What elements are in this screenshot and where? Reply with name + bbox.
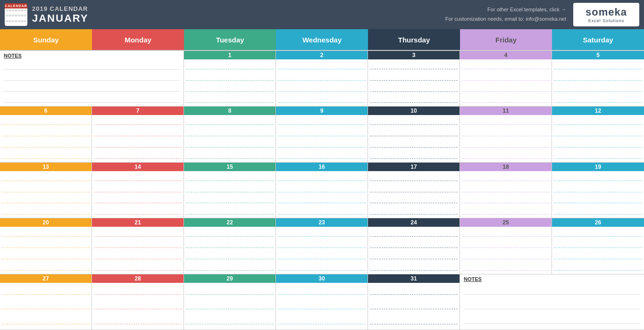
cell-27[interactable]: 27	[0, 274, 92, 330]
cell-13[interactable]: 13	[0, 163, 92, 218]
cell-1[interactable]: 1	[184, 51, 276, 106]
cell-29[interactable]: 29	[184, 274, 276, 330]
header-friday: Friday	[460, 29, 552, 50]
cell-23[interactable]: 23	[276, 218, 368, 273]
cell-17[interactable]: 17	[368, 163, 460, 218]
calendar-body: NOTES 1 2 3	[0, 51, 644, 330]
cell-20[interactable]: 20	[0, 218, 92, 273]
day-headers: Sunday Monday Tuesday Wednesday Thursday…	[0, 29, 644, 51]
notes-cell-top[interactable]: NOTES	[0, 51, 184, 106]
cell-11[interactable]: 11	[460, 107, 552, 162]
cell-21[interactable]: 21	[92, 218, 184, 273]
cell-8[interactable]: 8	[184, 107, 276, 162]
calendar-row-4: 20 21 22 23 24	[0, 218, 644, 274]
notes-label-top: NOTES	[4, 53, 180, 58]
notes-label-bottom: NOTES	[464, 276, 640, 282]
cell-15[interactable]: 15	[184, 163, 276, 218]
calendar-icon: CALENDAR	[5, 3, 27, 26]
header-sunday: Sunday	[0, 29, 92, 50]
cell-10[interactable]: 10	[368, 107, 460, 162]
cell-14[interactable]: 14	[92, 163, 184, 218]
notes-cell-bottom[interactable]: NOTES	[460, 274, 644, 330]
cell-22[interactable]: 22	[184, 218, 276, 273]
cell-31[interactable]: 31	[368, 274, 460, 330]
cell-5[interactable]: 5	[552, 51, 644, 106]
cell-19[interactable]: 19	[552, 163, 644, 218]
calendar-row-3: 13 14 15 16 17	[0, 163, 644, 218]
calendar-row-1: NOTES 1 2 3	[0, 51, 644, 107]
cell-9[interactable]: 9	[276, 107, 368, 162]
cell-3[interactable]: 3	[368, 51, 460, 106]
header-tuesday: Tuesday	[184, 29, 276, 50]
cell-25[interactable]: 25	[460, 218, 552, 273]
notes-lines-bottom	[464, 284, 640, 328]
header-month: JANUARY	[32, 12, 89, 25]
notes-lines-top	[4, 60, 180, 104]
calendar-row-5: 27 28 29 30 31	[0, 274, 644, 330]
header-year: 2019 CALENDAR	[32, 5, 89, 12]
cell-12[interactable]: 12	[552, 107, 644, 162]
cell-30[interactable]: 30	[276, 274, 368, 330]
calendar-row-2: 6 7 8 9 10	[0, 107, 644, 162]
cell-28[interactable]: 28	[92, 274, 184, 330]
header-logo-box: CALENDAR 2019 CALENDAR JANUARY	[5, 3, 89, 26]
header-thursday: Thursday	[368, 29, 460, 50]
header: CALENDAR 2019 CALENDAR JANUARY For oth	[0, 0, 644, 29]
header-titles: 2019 CALENDAR JANUARY	[32, 5, 89, 25]
cell-18[interactable]: 18	[460, 163, 552, 218]
header-saturday: Saturday	[552, 29, 644, 50]
cell-4[interactable]: 4	[460, 51, 552, 106]
header-wednesday: Wednesday	[276, 29, 368, 50]
cell-2[interactable]: 2	[276, 51, 368, 106]
cell-24[interactable]: 24	[368, 218, 460, 273]
cell-26[interactable]: 26	[552, 218, 644, 273]
header-monday: Monday	[92, 29, 184, 50]
cell-6[interactable]: 6	[0, 107, 92, 162]
someka-logo: someka Excel Solutions	[573, 3, 639, 26]
cell-7[interactable]: 7	[92, 107, 184, 162]
cell-16[interactable]: 16	[276, 163, 368, 218]
header-info: For other Excel templates, click → For c…	[445, 5, 566, 24]
